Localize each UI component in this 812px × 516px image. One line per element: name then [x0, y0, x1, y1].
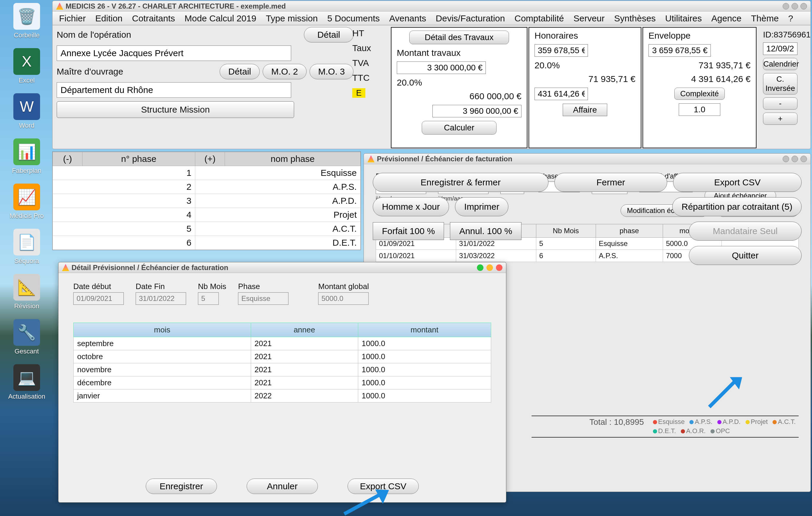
phase-hdr-minus[interactable]: (-)	[53, 152, 83, 166]
date-input[interactable]	[763, 43, 798, 55]
desktop-icon[interactable]: 💻 Actualisation	[3, 364, 51, 401]
max-button[interactable]	[791, 3, 798, 9]
menu-item[interactable]: Avenants	[385, 12, 430, 25]
desktop-icon[interactable]: 📄 Séquora	[3, 229, 51, 265]
honoraires-title: Honoraires	[534, 31, 635, 41]
c-inversee-button[interactable]: C. Inversée	[763, 73, 798, 94]
desktop-icon-label: Excel	[3, 77, 51, 84]
phase-table: (-) n° phase (+) nom phase 1 Esquisse 2 …	[52, 152, 361, 250]
annul-button[interactable]: Annul. 100 %	[450, 222, 521, 240]
forfait-button[interactable]: Forfait 100 %	[373, 222, 444, 240]
phase-hdr-num: n° phase	[83, 152, 195, 166]
detail-export-csv-button[interactable]: Export CSV	[348, 479, 419, 494]
detail-enregistrer-button[interactable]: Enregistrer	[146, 479, 217, 494]
detail-row[interactable]: octobre20211000.0	[74, 350, 491, 363]
close-button[interactable]	[496, 264, 502, 271]
fermer-button[interactable]: Fermer	[554, 173, 667, 192]
detail-annuler-button[interactable]: Annuler	[246, 479, 318, 494]
detail-row[interactable]: janvier20221000.0	[74, 389, 491, 403]
detail-row[interactable]: septembre20211000.0	[74, 337, 491, 350]
window-controls	[783, 3, 807, 9]
desktop-icon[interactable]: W Word	[3, 93, 51, 130]
phase-row[interactable]: 4 Projet	[53, 208, 360, 222]
travaux-ttc-input[interactable]	[432, 105, 521, 117]
menu-item[interactable]: Serveur	[569, 12, 609, 25]
honoraires-v1[interactable]	[534, 44, 588, 57]
mo3-button[interactable]: M.O. 3	[310, 64, 353, 79]
detail-row[interactable]: décembre20211000.0	[74, 376, 491, 389]
honoraires-v3[interactable]	[534, 88, 588, 100]
detail-table: moisanneemontant septembre20211000.0octo…	[73, 323, 491, 403]
repartition-button[interactable]: Répartition par cotraitant (5)	[672, 197, 802, 216]
desktop-icon[interactable]: 🔧 Gescant	[3, 319, 51, 355]
menu-item[interactable]: Agence	[707, 12, 746, 25]
d-fin-label: Date Fin	[136, 282, 186, 291]
desktop-icon[interactable]: 📊 Faberplan	[3, 138, 51, 175]
menu-item[interactable]: Comptabilité	[510, 12, 568, 25]
phase-row[interactable]: 5 A.C.T.	[53, 222, 360, 236]
menu-item[interactable]: Cotraitants	[128, 12, 179, 25]
min-button[interactable]	[783, 156, 789, 162]
detail-row[interactable]: novembre20211000.0	[74, 363, 491, 376]
plus-button[interactable]: +	[763, 113, 798, 125]
desktop-icon[interactable]: 📐 Révision	[3, 274, 51, 310]
menu-item[interactable]: Type mission	[262, 12, 322, 25]
desktop-icon-label: Faberplan	[3, 167, 51, 175]
menu-item[interactable]: Thème	[747, 12, 783, 25]
phase-row[interactable]: 1 Esquisse	[53, 166, 360, 180]
maitre-input[interactable]	[57, 82, 291, 98]
phase-row[interactable]: 6 D.E.T.	[53, 236, 360, 250]
app-icon	[62, 264, 69, 271]
imprimer-button[interactable]: Imprimer	[455, 197, 509, 216]
menu-item[interactable]: Mode Calcul 2019	[180, 12, 261, 25]
menu-item[interactable]: Utilitaires	[661, 12, 706, 25]
menu-item[interactable]: Synthèses	[610, 12, 660, 25]
e-tag: E	[352, 88, 365, 98]
montant-travaux-input[interactable]	[397, 61, 486, 74]
calendrier-button[interactable]: Calendrier	[763, 58, 798, 70]
calculer-button[interactable]: Calculer	[422, 121, 496, 135]
desktop-icon[interactable]: 📈 Médicis Pro	[3, 184, 51, 220]
menu-item[interactable]: Fichier	[55, 12, 90, 25]
enveloppe-v2: 731 935,71 €	[648, 60, 751, 71]
mo2-button[interactable]: M.O. 2	[263, 64, 307, 79]
travaux-box: Détail des Travaux Montant travaux 20.0%…	[391, 27, 527, 148]
d-montant-input	[318, 292, 369, 305]
operation-input[interactable]	[57, 46, 291, 61]
min-button[interactable]	[783, 3, 789, 9]
homme-jour-button[interactable]: Homme x Jour	[373, 197, 449, 216]
honoraires-pct: 20.0%	[534, 60, 635, 71]
max-button[interactable]	[791, 156, 798, 162]
maitre-detail-button[interactable]: Détail	[220, 64, 260, 79]
desktop-icon-label: Word	[3, 122, 51, 130]
menu-item[interactable]: 5 Documents	[323, 12, 384, 25]
enveloppe-v1[interactable]	[648, 44, 711, 57]
menu-item[interactable]: ?	[784, 12, 798, 25]
desktop-icon[interactable]: 🗑️ Corbeille	[3, 3, 51, 39]
export-csv-button[interactable]: Export CSV	[673, 173, 802, 192]
minus-button[interactable]: -	[763, 98, 798, 110]
close-button[interactable]	[801, 3, 807, 9]
travaux-tva: 660 000,00 €	[397, 91, 521, 101]
structure-mission-button[interactable]: Structure Mission	[57, 101, 294, 118]
min-button[interactable]	[487, 264, 493, 271]
operation-detail-button[interactable]: Détail	[304, 27, 353, 43]
phase-hdr-plus[interactable]: (+)	[195, 152, 225, 166]
mandataire-seul-button[interactable]: Mandataire Seul	[689, 222, 802, 241]
complexite-button[interactable]: Complexité	[674, 88, 725, 100]
zoom-button[interactable]	[477, 264, 484, 271]
date-box: ID:83756961 Calendrier C. Inversée - +	[758, 27, 803, 148]
close-button[interactable]	[801, 156, 807, 162]
prev-title: Prévisionnel / Échéancier de facturation	[377, 155, 512, 163]
enregistrer-fermer-button[interactable]: Enregistrer & fermer	[373, 173, 548, 192]
ttc-label: TTC	[352, 73, 385, 83]
desktop-icon[interactable]: X Excel	[3, 48, 51, 84]
menu-item[interactable]: Edition	[91, 12, 127, 25]
detail-travaux-button[interactable]: Détail des Travaux	[409, 31, 509, 44]
affaire-button[interactable]: Affaire	[563, 104, 607, 116]
quitter-button[interactable]: Quitter	[689, 246, 802, 265]
phase-row[interactable]: 2 A.P.S.	[53, 180, 360, 194]
menu-item[interactable]: Devis/Facturation	[432, 12, 509, 25]
phase-row[interactable]: 3 A.P.D.	[53, 194, 360, 208]
complexite-value[interactable]	[679, 103, 720, 116]
